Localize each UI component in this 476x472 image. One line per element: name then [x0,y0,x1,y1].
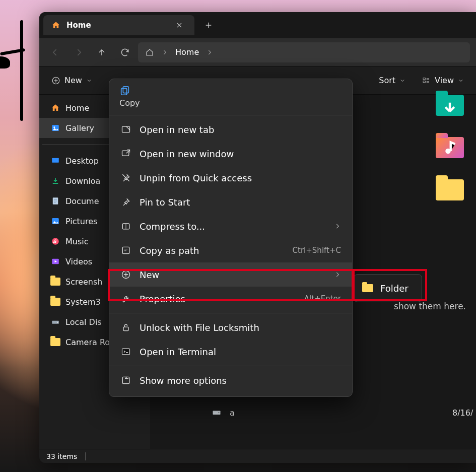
download-icon [50,176,60,186]
context-top-action[interactable]: Copy [109,83,352,113]
ctx-compress-to[interactable]: Compress to... [109,214,352,238]
svg-rect-20 [122,247,129,253]
ctx-open-new-window[interactable]: Open in new window [109,142,352,166]
drive-icon [50,317,60,327]
chevron-right-icon [334,271,341,278]
video-icon [50,256,60,266]
ctx-properties[interactable]: Properties Alt+Enter [109,287,352,311]
terminal-icon [120,346,131,357]
sidebar-item-label: Music [65,237,89,246]
favorites-hint-text: show them here. [394,301,466,311]
list-row[interactable]: a 8/16/ [211,408,235,418]
context-submenu-new: Folder [354,274,422,302]
tab-home[interactable]: Home [43,15,194,35]
ctx-label: Compress to... [140,221,205,232]
ctx-copy-as-path[interactable]: Copy as path Ctrl+Shift+C [109,238,352,262]
pin-icon [120,196,131,208]
back-button[interactable] [45,42,65,62]
svg-point-11 [57,322,58,323]
ctx-new[interactable]: New [109,262,352,287]
document-icon [50,196,60,206]
ctx-unlock-filelocksmith[interactable]: Unlock with File Locksmith [109,315,352,340]
ctx-label: Properties [140,294,185,304]
more-icon [120,375,131,386]
context-top-label: Copy [119,98,342,108]
breadcrumb-home[interactable]: Home [175,47,199,57]
ctx-new-folder[interactable]: Folder [354,277,422,300]
context-separator [109,366,352,366]
row-date: 8/16/ [452,408,473,418]
view-label: View [435,76,454,85]
sort-label: Sort [379,76,395,85]
ctx-unpin-quick-access[interactable]: Unpin from Quick access [109,166,352,190]
chevron-right-icon[interactable] [206,49,213,56]
svg-rect-1 [423,78,426,79]
address-bar[interactable]: Home [138,42,470,62]
ctx-show-more-options[interactable]: Show more options [109,368,352,392]
svg-rect-22 [123,327,128,331]
ctx-shortcut: Alt+Enter [304,294,341,303]
tab-title: Home [66,21,91,30]
home-icon [145,48,154,57]
unpin-icon [120,172,131,183]
wrench-icon [120,293,131,304]
new-menu-button[interactable]: New [47,73,96,88]
close-icon[interactable] [172,18,186,32]
ctx-label: Open in Terminal [140,347,216,357]
gallery-icon [50,123,60,133]
ctx-label: Show more options [140,375,227,386]
svg-rect-23 [122,349,130,355]
svg-rect-5 [52,158,59,163]
status-divider [85,452,86,460]
svg-point-4 [53,126,55,128]
forward-button[interactable] [69,42,89,62]
archive-icon [120,221,131,232]
context-separator [109,313,352,313]
desktop-icon [50,156,60,166]
svg-rect-2 [423,81,426,82]
copy-icon [119,85,342,96]
wallpaper-silhouette [0,20,35,121]
new-window-icon [120,148,131,159]
sidebar-item-label: Gallery [65,123,94,133]
chevron-right-icon [161,49,168,56]
ctx-label: Unpin from Quick access [140,173,252,183]
nav-bar: Home [39,38,476,66]
downloads-folder-tile[interactable] [436,95,464,116]
new-label: New [64,76,82,85]
row-name: a [230,408,235,418]
ctx-label: Open in new tab [140,124,214,135]
ctx-pin-to-start[interactable]: Pin to Start [109,190,352,214]
view-menu-button[interactable]: View [418,73,468,88]
folder-tile[interactable] [436,179,464,200]
music-folder-tile[interactable] [436,137,464,158]
ctx-open-in-terminal[interactable]: Open in Terminal [109,340,352,364]
svg-point-8 [52,238,59,245]
svg-rect-15 [123,87,128,93]
sidebar-item-label: Pictures [65,217,97,226]
new-tab-button[interactable] [198,15,219,35]
ctx-label: Unlock with File Locksmith [140,322,259,333]
item-count: 33 items [46,452,77,460]
svg-rect-17 [122,126,130,132]
home-icon [50,103,60,113]
svg-rect-16 [121,88,127,95]
sort-menu-button[interactable]: Sort [375,73,410,88]
sidebar-item-label: Downloa [65,176,100,186]
sidebar-item-label: Screensh [65,277,102,287]
folder-icon [50,337,60,347]
home-icon [51,21,60,30]
plus-circle-icon [120,269,131,280]
svg-point-14 [219,412,220,413]
refresh-button[interactable] [115,42,135,62]
folder-icon [362,283,373,294]
sidebar-item-label: Camera Roll [65,338,114,347]
up-button[interactable] [92,42,112,62]
folder-icon [50,277,60,287]
sidebar-item-label: Docume [65,196,99,206]
ctx-label: Pin to Start [140,197,190,208]
folder-icon [50,297,60,307]
sidebar-item-label: Local Dis [65,317,102,327]
copy-path-icon [120,245,131,256]
ctx-open-new-tab[interactable]: Open in new tab [109,117,352,142]
